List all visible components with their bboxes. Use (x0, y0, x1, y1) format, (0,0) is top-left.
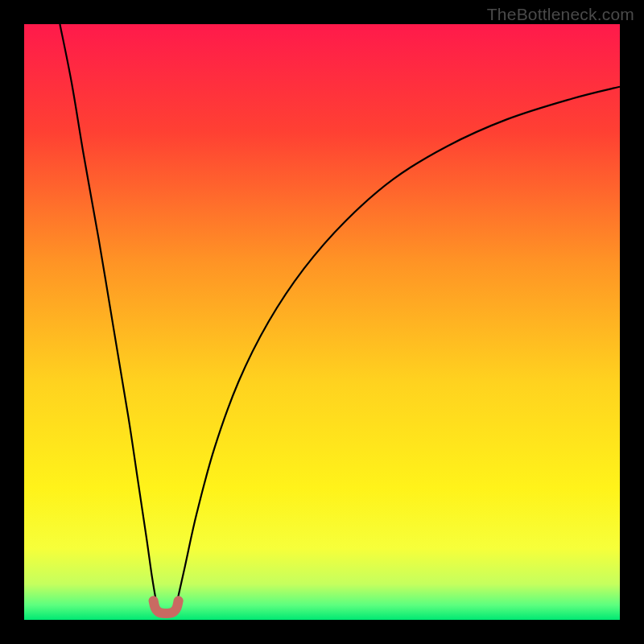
plot-area (24, 24, 620, 620)
bottleneck-chart (24, 24, 620, 620)
gradient-background (24, 24, 620, 620)
outer-frame: TheBottleneck.com (0, 0, 644, 644)
watermark-text: TheBottleneck.com (487, 5, 634, 24)
